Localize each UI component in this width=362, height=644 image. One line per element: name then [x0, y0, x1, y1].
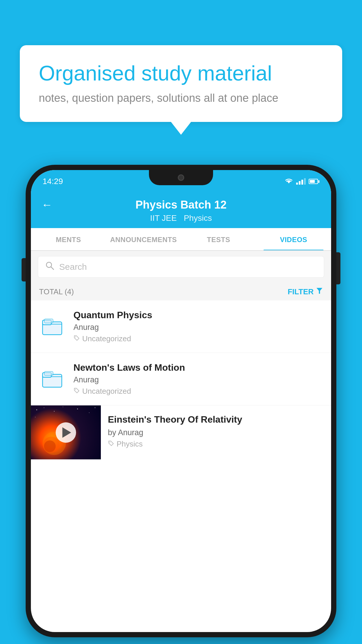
- phone-notch: [149, 170, 213, 185]
- play-button[interactable]: [56, 422, 76, 443]
- svg-rect-10: [44, 372, 53, 376]
- tab-videos[interactable]: VIDEOS: [256, 228, 331, 250]
- header-title: Physics Batch 12: [136, 199, 227, 211]
- svg-point-11: [75, 389, 76, 390]
- svg-point-16: [77, 409, 78, 410]
- total-count: TOTAL (4): [39, 287, 74, 296]
- bubble-subtitle: notes, question papers, solutions all at…: [39, 92, 323, 104]
- phone-mockup: 14:29: [26, 165, 336, 637]
- svg-line-2: [51, 267, 54, 270]
- search-bar[interactable]: Search: [38, 256, 324, 278]
- item-icon-2: [39, 366, 65, 392]
- filter-icon: [316, 287, 323, 296]
- tab-bar: MENTS ANNOUNCEMENTS TESTS VIDEOS: [31, 228, 331, 251]
- phone-outer: 14:29: [26, 165, 336, 637]
- svg-marker-3: [317, 288, 322, 294]
- list-item[interactable]: Einstein's Theory Of Relativity by Anura…: [31, 405, 331, 459]
- svg-point-22: [44, 440, 56, 452]
- svg-point-18: [95, 407, 96, 408]
- svg-marker-0: [287, 181, 291, 183]
- tag-icon-3: [108, 440, 114, 448]
- item-icon-1: [39, 314, 65, 340]
- search-placeholder: Search: [59, 262, 87, 272]
- svg-point-19: [35, 417, 36, 417]
- item-content-2: Newton's Laws of Motion Anurag Uncategor…: [73, 362, 323, 396]
- bubble-title: Organised study material: [39, 61, 323, 85]
- app-header: ← Physics Batch 12 IIT JEE Physics: [31, 190, 331, 228]
- item-content-1: Quantum Physics Anurag Uncategorized: [73, 310, 323, 343]
- header-tags: IIT JEE Physics: [150, 214, 212, 223]
- item-tag-label-3: Physics: [117, 440, 143, 449]
- phone-screen: 14:29: [31, 170, 331, 632]
- item-author-2: Anurag: [73, 375, 323, 384]
- video-thumbnail: [31, 405, 101, 459]
- item-tag-label-2: Uncategorized: [82, 387, 131, 396]
- item-tag-label-1: Uncategorized: [82, 334, 131, 343]
- video-list: Quantum Physics Anurag Uncategorized: [31, 300, 331, 459]
- battery-icon: [309, 179, 319, 184]
- svg-point-14: [54, 411, 55, 412]
- svg-point-7: [75, 336, 76, 337]
- search-icon: [45, 261, 55, 273]
- filter-bar: TOTAL (4) FILTER: [31, 283, 331, 300]
- signal-icon: [296, 178, 306, 185]
- svg-point-23: [110, 442, 110, 443]
- item-tag-1: Uncategorized: [73, 334, 323, 343]
- svg-point-12: [36, 410, 37, 410]
- header-tag-iit: IIT JEE: [150, 214, 177, 223]
- wifi-icon: [284, 178, 293, 185]
- filter-button[interactable]: FILTER: [288, 287, 323, 296]
- svg-point-15: [63, 407, 63, 407]
- svg-point-13: [44, 407, 44, 408]
- svg-point-17: [89, 412, 89, 413]
- svg-rect-6: [44, 319, 53, 323]
- back-button[interactable]: ←: [41, 199, 52, 211]
- item-content-3: Einstein's Theory Of Relativity by Anura…: [101, 405, 331, 457]
- status-icons: [284, 178, 319, 185]
- tag-icon-2: [73, 387, 80, 396]
- item-title-3: Einstein's Theory Of Relativity: [108, 414, 324, 426]
- search-container: Search: [31, 251, 331, 283]
- tab-ments[interactable]: MENTS: [31, 228, 106, 250]
- item-title-2: Newton's Laws of Motion: [73, 362, 323, 373]
- item-author-3: by Anurag: [108, 428, 324, 437]
- header-tag-physics: Physics: [184, 214, 212, 223]
- item-tag-3: Physics: [108, 440, 324, 449]
- front-camera: [178, 174, 184, 181]
- item-tag-2: Uncategorized: [73, 387, 323, 396]
- tab-tests[interactable]: TESTS: [181, 228, 256, 250]
- tag-icon-1: [73, 335, 80, 343]
- item-title-1: Quantum Physics: [73, 310, 323, 321]
- status-time: 14:29: [43, 177, 63, 186]
- tab-announcements[interactable]: ANNOUNCEMENTS: [106, 228, 181, 250]
- item-author-1: Anurag: [73, 323, 323, 332]
- speech-bubble: Organised study material notes, question…: [20, 45, 342, 122]
- list-item[interactable]: Quantum Physics Anurag Uncategorized: [31, 300, 331, 353]
- list-item[interactable]: Newton's Laws of Motion Anurag Uncategor…: [31, 353, 331, 405]
